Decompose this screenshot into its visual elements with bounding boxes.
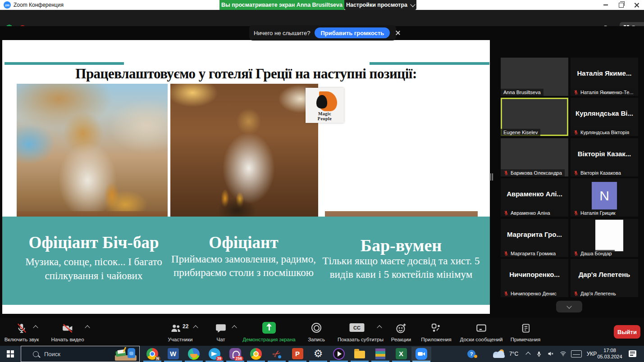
play-icon — [333, 348, 345, 360]
participant-tile-nychyporenko[interactable]: Ничипоренко... Ничипоренко Денис — [501, 259, 568, 297]
job-description: Тільки якщо маєте досвід та хист. 5 виді… — [320, 254, 482, 281]
gear-icon: ⚙ — [314, 348, 323, 359]
reactions-label: Реакции — [391, 337, 411, 342]
share-screen-button[interactable] — [262, 322, 276, 334]
meeting-toolbar: Включить звук Начать видео 22 Участники … — [0, 318, 644, 346]
participant-name: Вікторія Казакова — [580, 170, 621, 176]
participant-tile-hromyka[interactable]: Маргарита Гро... Маргарита Громика — [501, 219, 568, 257]
taskbar-powerpoint-icon[interactable]: P — [288, 347, 306, 361]
tray-action-center-icon[interactable] — [626, 347, 639, 361]
participant-tile-hrytsyk[interactable]: N Наталія Грицик — [571, 178, 638, 217]
chevron-up-icon — [525, 352, 530, 357]
participant-tile-anna[interactable]: Anna Brusiltseva — [501, 58, 568, 96]
reactions-button[interactable] — [395, 322, 407, 336]
search-icon — [33, 351, 39, 357]
zoom-app-icon: zm — [4, 1, 11, 9]
chevron-down-icon — [566, 303, 571, 308]
start-video-label: Начать видео — [51, 337, 84, 342]
captions-options-chevron[interactable] — [377, 325, 382, 330]
taskbar-excel-icon[interactable]: X — [392, 347, 410, 361]
chat-button[interactable] — [215, 322, 227, 336]
participant-name: Барикова Олександра — [511, 170, 562, 176]
panel-resize-handle[interactable] — [490, 173, 493, 181]
tray-show-hidden-icons[interactable] — [523, 347, 534, 361]
tray-help-icon[interactable]: ? — [463, 347, 480, 361]
powerpoint-icon: P — [292, 348, 303, 359]
whiteboards-button[interactable] — [475, 322, 487, 336]
taskbar-chrome-icon[interactable]: N — [143, 347, 161, 361]
taskbar-viber-icon[interactable]: 256 — [226, 347, 244, 361]
viber-icon: 256 — [229, 348, 241, 360]
record-button[interactable] — [311, 323, 321, 333]
participant-tile-eugene-active-speaker[interactable]: Eugene Kiselev — [501, 98, 568, 136]
start-button[interactable] — [0, 346, 21, 362]
more-participants-button[interactable] — [556, 301, 582, 312]
minimize-button[interactable] — [598, 0, 613, 10]
taskbar-word-icon[interactable]: W — [164, 347, 182, 361]
mute-options-chevron[interactable] — [33, 325, 38, 330]
windows-taskbar: Поиск N W 39 — [0, 346, 644, 362]
taskbar-chrome2-icon[interactable] — [247, 347, 265, 361]
meeting-stage: Працевлаштовуємо у готеляї Греції на нас… — [0, 26, 644, 318]
taskbar-zoom-icon-active[interactable] — [411, 347, 431, 361]
meeting-top-bar: Запись Вход Вид — [0, 10, 644, 26]
participant-tile-lepeten[interactable]: Дар'я Лепетень Дар'я Лепетень — [571, 259, 638, 297]
mute-button[interactable] — [16, 322, 27, 336]
video-options-chevron[interactable] — [85, 325, 90, 330]
raise-volume-button[interactable]: Прибавить громкость — [315, 27, 390, 38]
tray-wifi-icon[interactable] — [557, 347, 569, 361]
participants-count: 22 — [183, 323, 188, 330]
captions-label: Показать субтитры — [338, 337, 384, 342]
taskbar-telegram-icon[interactable]: 39 — [206, 347, 224, 361]
participants-button[interactable] — [170, 322, 182, 336]
job-title: Офіціант Біч-бар — [10, 234, 177, 252]
logo-head-silhouette — [316, 95, 327, 109]
captions-button[interactable]: CC — [350, 323, 365, 332]
tray-volume-muted-icon[interactable] — [544, 347, 556, 361]
job-description: Приймаємо замовлення, радимо, прибираємо… — [168, 253, 319, 280]
taskbar-settings-icon[interactable]: ⚙ — [309, 347, 327, 361]
restore-button[interactable] — [613, 0, 629, 10]
muted-mic-icon — [503, 251, 509, 256]
participant-tile-natalia-yakymenko[interactable]: Наталія Якиме... Наталія Якименко-Те... — [571, 58, 638, 96]
muted-mic-icon — [573, 90, 579, 95]
participants-options-chevron[interactable] — [193, 325, 198, 330]
participant-tile-barykova[interactable]: Барикова Олександра — [501, 138, 568, 176]
apps-button[interactable] — [430, 322, 442, 336]
tray-mic-icon[interactable] — [534, 347, 544, 361]
notes-button[interactable] — [520, 322, 531, 336]
zoom-icon — [416, 348, 427, 360]
tray-clock[interactable]: 17:08 05.03.2024 — [596, 347, 624, 360]
notification-icon — [629, 350, 636, 357]
participant-tile-kurlyandska[interactable]: Курляндська Ві... Курляндська Вікторія — [571, 98, 638, 136]
chat-options-chevron[interactable] — [232, 325, 237, 330]
taskbar-search-box[interactable]: Поиск — [21, 346, 140, 362]
participant-tile-bondar[interactable]: Даша Бондар — [571, 219, 638, 257]
taskbar-media-player-icon[interactable] — [330, 347, 348, 361]
taskbar-edge-icon[interactable] — [185, 347, 203, 361]
start-video-button[interactable] — [61, 322, 74, 336]
participant-name-large: Наталія Якиме... — [571, 69, 638, 77]
muted-mic-icon — [573, 210, 579, 216]
participants-label: Участники — [168, 337, 193, 342]
record-icon — [311, 323, 321, 333]
logo-text-line2: People — [306, 116, 344, 121]
taskbar-file-explorer-icon[interactable] — [351, 347, 369, 361]
taskbar-winrar-icon[interactable] — [371, 347, 389, 361]
participant-name: Наталія Якименко-Те... — [580, 90, 634, 95]
job-description: Музика, сонце, пісок... І багато спілкув… — [10, 255, 177, 283]
taskbar-screenshot-tool-icon[interactable]: ✂ — [268, 347, 286, 361]
edge-icon — [188, 348, 200, 360]
minimize-icon — [603, 5, 608, 5]
job-column-bar-woman: Бар-вумен Тільки якщо маєте досвід та хи… — [320, 236, 482, 281]
photo-restaurant-waitress — [170, 84, 318, 235]
close-button[interactable] — [629, 0, 644, 10]
search-placeholder: Поиск — [44, 351, 60, 357]
leave-meeting-button[interactable]: Выйти — [614, 325, 640, 339]
participant-name: Eugene Kiselev — [503, 130, 538, 135]
job-title: Бар-вумен — [320, 236, 482, 254]
tray-touch-keyboard-icon[interactable] — [570, 347, 583, 361]
participant-tile-avramenko[interactable]: Авраменко Алі... Авраменко Аліна — [501, 178, 568, 217]
view-settings-dropdown[interactable]: Настройки просмотра — [344, 0, 416, 10]
participant-tile-kazakova[interactable]: Вікторія Казак... Вікторія Казакова — [571, 138, 638, 176]
